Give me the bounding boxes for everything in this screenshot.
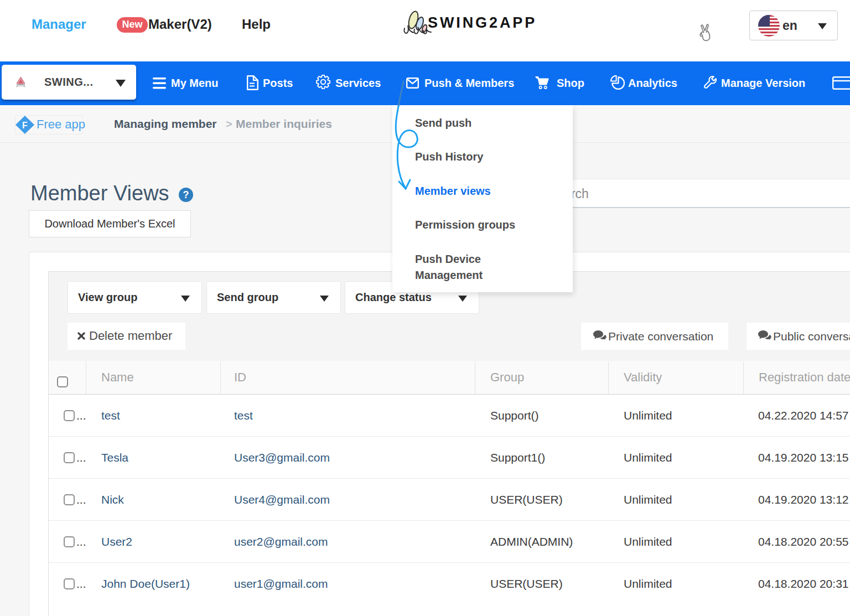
svg-text:F: F bbox=[22, 121, 28, 130]
